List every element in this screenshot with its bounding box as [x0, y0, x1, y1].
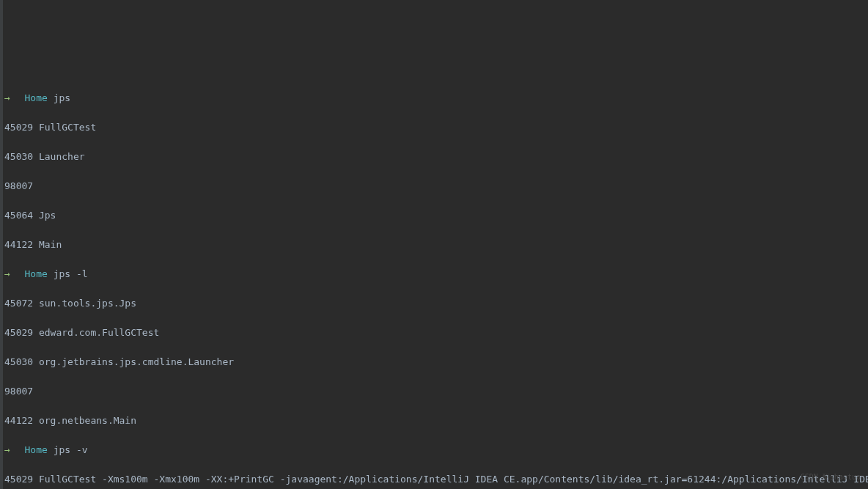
- output-line: 45064 Jps: [4, 208, 868, 223]
- output-line: 45029 FullGCTest -Xms100m -Xmx100m -XX:+…: [4, 472, 868, 487]
- command-text: jps -v: [54, 444, 88, 455]
- prompt-dir: Home: [24, 268, 47, 279]
- command-text: jps -l: [54, 268, 88, 279]
- output-line: 98007: [4, 179, 868, 194]
- prompt-dir: Home: [24, 444, 47, 455]
- prompt-line[interactable]: → Home jps -v: [4, 443, 868, 457]
- prompt-arrow-icon: →: [4, 268, 10, 279]
- output-line: 45030 Launcher: [4, 150, 868, 164]
- output-line: 45029 edward.com.FullGCTest: [4, 326, 868, 340]
- prompt-dir: Home: [24, 92, 47, 103]
- gutter: [0, 0, 3, 489]
- output-line: 44122 Main: [4, 238, 868, 252]
- output-line: 45029 FullGCTest: [4, 120, 868, 135]
- output-line: 44122 org.netbeans.Main: [4, 413, 868, 428]
- prompt-line[interactable]: → Home jps: [4, 91, 868, 106]
- prompt-arrow-icon: →: [4, 92, 10, 103]
- output-line: 45030 org.jetbrains.jps.cmdline.Launcher: [4, 355, 868, 369]
- prompt-line[interactable]: → Home jps -l: [4, 267, 868, 282]
- prompt-arrow-icon: →: [4, 444, 10, 455]
- watermark: CSDN 酷shaotuo: [801, 470, 861, 485]
- output-line: 98007: [4, 384, 868, 399]
- command-text: jps: [54, 92, 70, 103]
- output-line: 45072 sun.tools.jps.Jps: [4, 296, 868, 311]
